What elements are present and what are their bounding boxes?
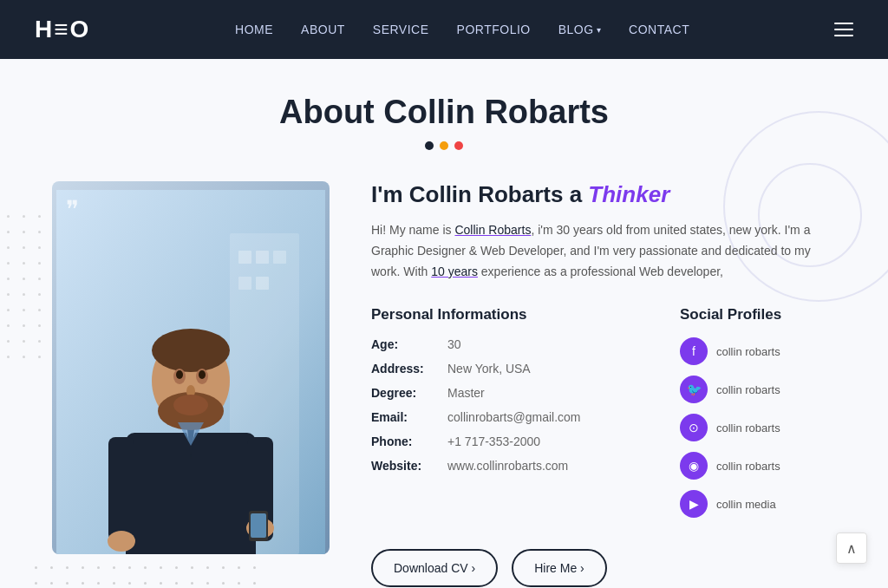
info-degree-value: Master [447, 386, 485, 400]
info-address-label: Address: [371, 362, 441, 376]
social-profiles-title: Social Profiles [680, 306, 836, 323]
svg-point-16 [176, 370, 183, 379]
name-link[interactable]: Collin Robarts [454, 223, 531, 237]
info-website-value: www.collinrobarts.com [447, 459, 568, 473]
info-email-value: collinrobarts@gmail.com [447, 410, 580, 424]
social-youtube[interactable]: ▶ collin media [680, 490, 836, 518]
svg-rect-4 [273, 251, 286, 264]
profile-image-container: ❞ [52, 181, 330, 554]
info-email-label: Email: [371, 410, 441, 424]
button-row: Download CV › Hire Me › [371, 549, 836, 587]
dribbble-icon: ◉ [680, 452, 708, 480]
info-website-row: Website: www.collinrobarts.com [371, 459, 645, 473]
intro-heading-normal: I'm Collin Robarts a [371, 181, 582, 207]
svg-point-17 [199, 370, 206, 379]
info-degree-row: Degree: Master [371, 386, 645, 400]
nav-home[interactable]: HOME [235, 23, 273, 36]
svg-point-19 [173, 395, 208, 415]
navbar: H≡O HOME ABOUT SERVICE PORTFOLIO BLOG ▾ … [0, 0, 888, 59]
page-title-section: About Collin Robarts [52, 94, 836, 150]
intro-title: I'm Collin Robarts a Thinker [371, 181, 836, 208]
nav-contact[interactable]: CONTACT [629, 23, 689, 36]
info-address-value: New York, USA [447, 362, 531, 376]
nav-links: HOME ABOUT SERVICE PORTFOLIO BLOG ▾ CONT… [235, 22, 689, 37]
profile-info: I'm Collin Robarts a Thinker Hi! My name… [371, 181, 836, 587]
title-dots [52, 141, 836, 150]
twitter-icon: 🐦 [680, 376, 708, 403]
page-title: About Collin Robarts [52, 94, 836, 131]
svg-rect-20 [108, 437, 134, 541]
svg-rect-6 [256, 277, 269, 290]
download-cv-button[interactable]: Download CV › [371, 549, 498, 587]
instagram-name: collin robarts [716, 421, 780, 434]
nav-service[interactable]: SERVICE [373, 23, 429, 36]
social-facebook[interactable]: f collin robarts [680, 337, 836, 365]
youtube-name: collin media [716, 498, 776, 511]
nav-about[interactable]: ABOUT [301, 23, 345, 36]
nav-blog[interactable]: BLOG ▾ [558, 23, 601, 36]
social-profiles: Social Profiles f collin robarts 🐦 colli… [680, 306, 836, 528]
info-degree-label: Degree: [371, 386, 441, 400]
dot-2 [440, 141, 448, 150]
dot-1 [425, 141, 434, 150]
svg-rect-2 [238, 251, 251, 264]
intro-bio: Hi! My name is Collin Robarts, i'm 30 ye… [371, 220, 836, 282]
twitter-name: collin robarts [716, 383, 780, 396]
info-phone-value: +1 717-353-2000 [447, 434, 540, 448]
main-content: document.write(Array(40).fill('<span></s… [0, 59, 888, 588]
info-age-label: Age: [371, 337, 441, 351]
personal-info: Personal Informations Age: 30 Address: N… [371, 306, 645, 483]
info-social-row: Personal Informations Age: 30 Address: N… [371, 306, 836, 528]
info-age-value: 30 [447, 337, 461, 351]
hamburger-icon[interactable] [834, 23, 853, 36]
image-decoration: ❞ [66, 195, 79, 224]
info-email-row: Email: collinrobarts@gmail.com [371, 410, 645, 424]
facebook-name: collin robarts [716, 345, 780, 358]
scroll-top-button[interactable]: ∧ [836, 532, 867, 564]
info-website-label: Website: [371, 459, 441, 473]
nav-portfolio[interactable]: PORTFOLIO [457, 23, 531, 36]
svg-rect-3 [256, 251, 269, 264]
social-twitter[interactable]: 🐦 collin robarts [680, 376, 836, 403]
instagram-icon: ⊙ [680, 414, 708, 441]
intro-heading-highlight: Thinker [588, 181, 669, 207]
chevron-down-icon: ▾ [597, 25, 602, 35]
info-phone-row: Phone: +1 717-353-2000 [371, 434, 645, 448]
dribbble-name: collin robarts [716, 460, 780, 473]
social-instagram[interactable]: ⊙ collin robarts [680, 414, 836, 441]
logo[interactable]: H≡O [35, 16, 90, 43]
svg-point-12 [152, 329, 230, 372]
info-address-row: Address: New York, USA [371, 362, 645, 376]
info-age-row: Age: 30 [371, 337, 645, 351]
dot-3 [454, 141, 463, 150]
profile-person-svg [56, 190, 325, 554]
youtube-icon: ▶ [680, 490, 708, 518]
svg-rect-5 [238, 277, 251, 290]
social-dribbble[interactable]: ◉ collin robarts [680, 452, 836, 480]
hire-me-button[interactable]: Hire Me › [512, 549, 607, 587]
profile-section: ❞ I'm Collin Robarts a Thinker Hi! My na… [52, 181, 836, 587]
svg-point-22 [108, 531, 135, 552]
profile-image-bg [52, 181, 330, 554]
svg-rect-25 [251, 513, 266, 538]
facebook-icon: f [680, 337, 708, 365]
dots-grid-left: document.write(Array(40).fill('<span></s… [0, 215, 47, 364]
years-link[interactable]: 10 years [431, 265, 478, 278]
info-phone-label: Phone: [371, 434, 441, 448]
personal-info-title: Personal Informations [371, 306, 645, 323]
